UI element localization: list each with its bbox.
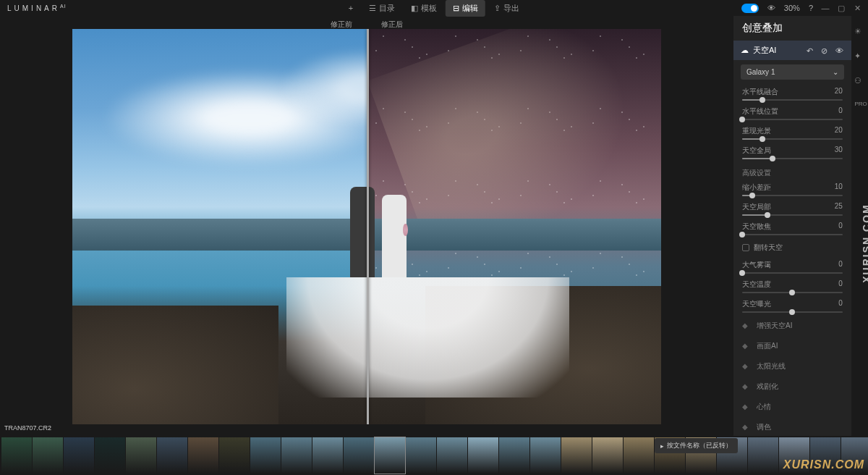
slider-大气雾霭[interactable]: 大气雾霭0 [733, 257, 851, 277]
slider-缩小差距[interactable]: 缩小差距10 [733, 180, 851, 199]
slider-天空全局[interactable]: 天空全局30 [733, 143, 851, 162]
sparkle-icon[interactable]: ✦ [854, 51, 864, 62]
slider-重现光景[interactable]: 重现光景20 [733, 123, 851, 143]
edit-tab[interactable]: ⊟编辑 [446, 0, 485, 17]
person-icon[interactable]: ⚇ [854, 76, 864, 86]
thumbnail[interactable] [468, 437, 498, 474]
thumbnail[interactable] [406, 437, 436, 474]
thumbnail[interactable] [344, 437, 374, 474]
thumbnail[interactable] [499, 437, 529, 474]
tool-心情[interactable]: ◆心情 [733, 397, 851, 417]
slider-天空曝光[interactable]: 天空曝光0 [733, 296, 851, 316]
before-label: 修正前 [331, 20, 352, 30]
thumbnail[interactable] [1, 437, 32, 474]
thumbnail[interactable] [157, 437, 187, 474]
thumbnail[interactable] [126, 437, 156, 474]
pro-label[interactable]: PRO [854, 101, 864, 111]
reset-icon[interactable]: ⊘ [821, 46, 830, 55]
eye-icon[interactable]: 👁 [767, 4, 775, 12]
slider-天空散焦[interactable]: 天空散焦0 [733, 219, 851, 238]
thumbnail[interactable] [219, 437, 250, 474]
export-tab[interactable]: ⇪导出 [487, 0, 527, 17]
help-icon[interactable]: ? [809, 4, 813, 12]
thumbnail[interactable] [561, 437, 592, 474]
thumbnail[interactable] [312, 437, 343, 474]
add-button[interactable]: + [341, 0, 360, 17]
thumbnail[interactable] [748, 437, 778, 474]
sky-group-header[interactable]: ☁天空AI ↶ ⊘ 👁 [733, 41, 851, 60]
chevron-icon: ⌄ [833, 68, 838, 76]
close-icon[interactable]: ✕ [854, 4, 861, 12]
catalog-tab[interactable]: ☰目录 [362, 0, 402, 17]
filename-label: TRAN8707.CR2 [4, 424, 51, 432]
thumbnail[interactable] [437, 437, 467, 474]
app-logo: LUMINARAI [7, 4, 67, 12]
eye-icon[interactable]: 👁 [835, 46, 844, 55]
tool-增强天空AI[interactable]: ◆增强天空AI [733, 316, 851, 336]
sun-icon[interactable]: ☀ [854, 27, 864, 37]
panel-title: 创意叠加 [733, 16, 851, 41]
thumbnail[interactable] [530, 437, 561, 474]
thumbnail[interactable] [375, 437, 405, 474]
cloud-icon: ☁ [741, 46, 749, 55]
top-right-controls: 👁 30% ? — ▢ ✕ [741, 4, 861, 13]
compare-toggle[interactable] [741, 4, 759, 13]
compare-divider[interactable] [367, 29, 369, 424]
sky-preset-dropdown[interactable]: Galaxy 1⌄ [741, 64, 844, 80]
watermark-side: XURISN.COM [861, 203, 868, 282]
preview-image[interactable] [72, 29, 661, 424]
watermark-corner: XURISN.COM [783, 458, 864, 471]
title-bar: LUMINARAI + ☰目录 ◧模板 ⊟编辑 ⇪导出 👁 30% ? — ▢ … [0, 0, 868, 16]
sort-button[interactable]: ▸按文件名称（已反转） [655, 438, 738, 453]
minimize-icon[interactable]: — [822, 4, 829, 12]
maximize-icon[interactable]: ▢ [838, 4, 845, 12]
slider-水平线融合[interactable]: 水平线融合20 [733, 84, 851, 104]
advanced-label: 高级设置 [733, 162, 851, 180]
thumbnail[interactable] [64, 437, 94, 474]
filmstrip[interactable] [0, 436, 868, 475]
thumbnail[interactable] [95, 437, 125, 474]
slider-天空温度[interactable]: 天空温度0 [733, 277, 851, 296]
thumbnail[interactable] [33, 437, 63, 474]
canvas-area: 修正前 修正后 [0, 16, 733, 436]
after-label: 修正后 [381, 20, 403, 30]
flip-sky-checkbox[interactable]: 翻转天空 [733, 238, 851, 257]
zoom-level[interactable]: 30% [784, 4, 800, 12]
tool-戏剧化[interactable]: ◆戏剧化 [733, 377, 851, 397]
templates-tab[interactable]: ◧模板 [404, 0, 444, 17]
thumbnail[interactable] [592, 437, 623, 474]
edit-sidebar: 创意叠加 ☁天空AI ↶ ⊘ 👁 Galaxy 1⌄ 水平线融合20 水平线位置… [733, 16, 851, 436]
thumbnail[interactable] [624, 437, 654, 474]
slider-水平线位置[interactable]: 水平线位置0 [733, 104, 851, 123]
tool-太阳光线[interactable]: ◆太阳光线 [733, 356, 851, 377]
tool-画面AI[interactable]: ◆画面AI [733, 336, 851, 356]
thumbnail[interactable] [281, 437, 312, 474]
thumbnail[interactable] [250, 437, 281, 474]
undo-icon[interactable]: ↶ [807, 46, 815, 55]
thumbnail[interactable] [188, 437, 218, 474]
slider-天空局部[interactable]: 天空局部25 [733, 199, 851, 219]
tool-调色[interactable]: ◆调色 [733, 417, 851, 436]
top-navigation: + ☰目录 ◧模板 ⊟编辑 ⇪导出 [341, 0, 527, 17]
